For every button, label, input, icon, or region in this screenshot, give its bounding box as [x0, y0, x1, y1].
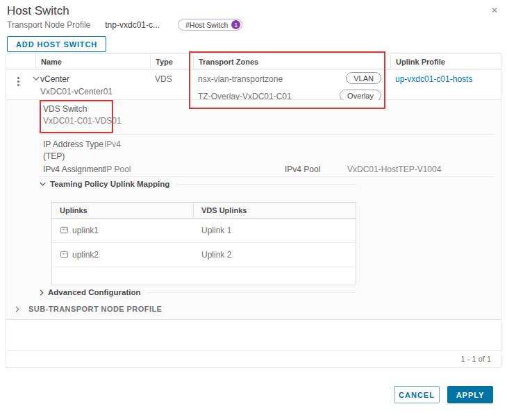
teaming-col-vds-uplinks: VDS Uplinks: [194, 203, 356, 218]
teaming-uplink-table: Uplinks VDS Uplinks uplink1 Uplink 1: [51, 202, 356, 285]
uplink-name: uplink2: [72, 250, 99, 260]
advanced-configuration-title: Advanced Configuration: [48, 288, 141, 296]
advanced-configuration-toggle[interactable]: Advanced Configuration: [40, 288, 356, 296]
transport-node-profile-label: Transport Node Profile: [7, 20, 90, 30]
close-icon[interactable]: ✕: [491, 6, 498, 15]
divider: [40, 176, 494, 177]
teaming-policy-section-toggle[interactable]: Teaming Policy Uplink Mapping: [40, 180, 356, 188]
ipv4-assignment-value: IP Pool: [104, 165, 131, 174]
row-transport-zones-cell: nsx-vlan-transportzone VLAN TZ-Overlay-V…: [193, 69, 390, 99]
row-actions-cell: [6, 69, 35, 99]
ip-address-type-value: IPv4: [104, 140, 121, 149]
vds-uplink-cell: Uplink 1: [194, 219, 356, 242]
table-row: uplink1 Uplink 1: [52, 219, 356, 243]
host-switch-dialog: Host Switch ✕ Transport Node Profile tnp…: [0, 0, 507, 420]
row-type-cell: VDS: [150, 69, 193, 99]
ipv4-assignment-label: IPv4 Assignment: [43, 165, 105, 174]
uplink-port-icon: [60, 226, 69, 235]
vds-uplink-cell: Uplink 2: [194, 243, 356, 267]
transport-node-profile-value: tnp-vxdc01-c...: [105, 20, 160, 30]
sub-transport-node-profile-title: SUB-TRANSPORT NODE PROFILE: [28, 305, 162, 313]
host-switch-count-badge-label: #Host Switch: [185, 21, 228, 29]
divider: [40, 134, 494, 135]
add-host-switch-button[interactable]: ADD HOST SWITCH: [7, 36, 106, 52]
teaming-table-header: Uplinks VDS Uplinks: [52, 203, 356, 219]
pagination: 1 - 1 of 1: [6, 350, 501, 367]
grid-header-transport-zones: Transport Zones: [193, 54, 390, 69]
row-name: vCenter: [35, 69, 150, 84]
grid-header-name: Name: [35, 54, 150, 69]
row-uplink-profile-cell: up-vxdc01-c01-hosts: [390, 69, 501, 99]
ipv4-pool-label: IPv4 Pool: [285, 165, 320, 174]
uplink-name: uplink1: [72, 226, 99, 235]
apply-button[interactable]: APPLY: [447, 386, 493, 403]
row-name-cell: vCenter VxDC01-vCenter01: [35, 69, 150, 99]
row-expanded-details: VDS Switch VxDC01-C01-VDS01 IP Address T…: [6, 100, 501, 320]
transport-zone-name: nsx-vlan-transportzone: [198, 74, 283, 84]
transport-zone-item: nsx-vlan-transportzone VLAN: [193, 72, 390, 87]
teaming-col-uplinks: Uplinks: [52, 203, 194, 218]
transport-zone-vlan-pill: VLAN: [346, 72, 381, 84]
host-switch-count-badge-count: 1: [231, 20, 240, 29]
host-switch-grid-panel: Name Type Transport Zones Uplink Profile…: [6, 53, 501, 368]
host-switch-row: vCenter VxDC01-vCenter01 VDS nsx-vlan-tr…: [6, 69, 501, 100]
uplink-cell: uplink2: [52, 243, 194, 267]
uplink-port-icon: [60, 250, 69, 259]
page-title: Host Switch: [7, 4, 69, 18]
row-subname: VxDC01-vCenter01: [35, 84, 150, 96]
chevron-down-icon: [40, 182, 46, 186]
uplink-cell: uplink1: [52, 219, 194, 242]
grid-header: Name Type Transport Zones Uplink Profile: [6, 54, 501, 69]
section-rule: [176, 184, 356, 185]
vds-switch-value: VxDC01-C01-VDS01: [43, 116, 122, 126]
chevron-right-icon: [40, 289, 44, 296]
host-switch-count-badge[interactable]: #Host Switch 1: [178, 19, 242, 31]
grid-header-uplink-profile: Uplink Profile: [390, 54, 501, 69]
row-type: VDS: [150, 69, 193, 84]
section-rule: [148, 292, 356, 293]
transport-node-profile-row: Transport Node Profile tnp-vxdc01-c... #…: [7, 19, 242, 31]
row-menu-icon[interactable]: [16, 76, 21, 87]
sub-transport-node-profile-toggle[interactable]: SUB-TRANSPORT NODE PROFILE: [15, 305, 162, 313]
vds-switch-label: VDS Switch: [43, 104, 87, 114]
chevron-right-icon: [15, 306, 19, 312]
ip-address-type-label-tep: (TEP): [43, 151, 65, 161]
ipv4-pool-value: VxDC01-HostTEP-V1004: [347, 165, 441, 174]
table-row: uplink2 Uplink 2: [52, 243, 356, 267]
grid-header-type: Type: [150, 54, 193, 69]
ip-address-type-label: IP Address Type: [43, 140, 103, 149]
grid-header-actions: [6, 54, 35, 69]
uplink-profile-link[interactable]: up-vxdc01-c01-hosts: [395, 74, 472, 84]
cancel-button[interactable]: CANCEL: [394, 386, 440, 403]
teaming-policy-section-title: Teaming Policy Uplink Mapping: [50, 180, 169, 188]
